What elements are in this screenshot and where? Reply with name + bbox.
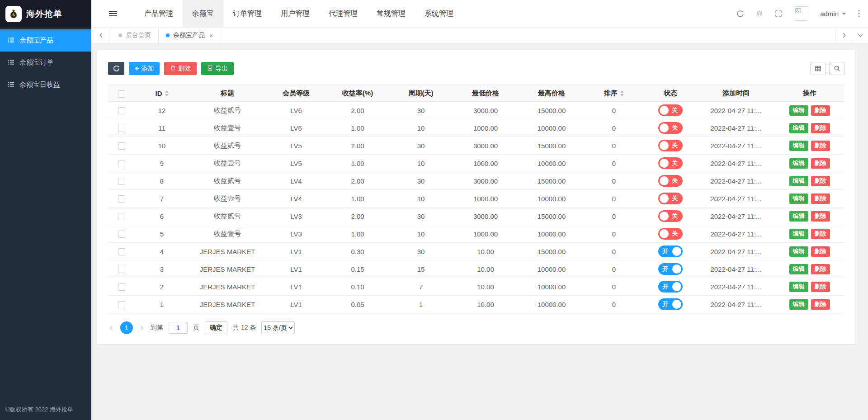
tab-dashboard[interactable]: 后台首页 xyxy=(111,28,159,43)
row-checkbox[interactable] xyxy=(118,195,125,203)
edit-button[interactable]: 编辑 xyxy=(789,229,808,239)
row-checkbox[interactable] xyxy=(118,160,125,167)
search-icon[interactable] xyxy=(829,62,844,75)
more-vert-icon[interactable] xyxy=(858,10,860,17)
row-checkbox[interactable] xyxy=(118,107,125,114)
status-toggle[interactable]: 开 xyxy=(658,245,683,257)
row-checkbox[interactable] xyxy=(118,266,125,273)
cell-id: 8 xyxy=(135,172,189,190)
delete-row-button[interactable]: 删除 xyxy=(811,211,830,222)
page-number-button[interactable]: 1 xyxy=(120,321,133,334)
prev-page-icon[interactable] xyxy=(108,325,115,331)
fullscreen-icon[interactable] xyxy=(775,10,782,17)
edit-button[interactable]: 编辑 xyxy=(789,193,808,204)
cell-min-price: 1000.00 xyxy=(453,119,519,137)
edit-button[interactable]: 编辑 xyxy=(789,299,808,310)
row-checkbox[interactable] xyxy=(118,125,125,132)
nav-item-order-mgmt[interactable]: 订单管理 xyxy=(223,0,271,27)
delete-row-button[interactable]: 删除 xyxy=(811,105,830,116)
delete-row-button[interactable]: 删除 xyxy=(811,158,830,169)
refresh-icon[interactable] xyxy=(736,10,744,18)
cell-add-time: 2022-04-27 11:... xyxy=(698,208,774,225)
cell-add-time: 2022-04-27 11:... xyxy=(698,155,774,172)
edit-button[interactable]: 编辑 xyxy=(789,158,808,169)
row-checkbox[interactable] xyxy=(118,178,125,185)
per-page-select[interactable]: 15 条/页 xyxy=(261,321,295,334)
row-checkbox[interactable] xyxy=(118,142,125,150)
delete-row-button[interactable]: 删除 xyxy=(811,299,830,310)
delete-row-button[interactable]: 删除 xyxy=(811,141,830,151)
trash-icon[interactable] xyxy=(756,10,763,17)
sidebar-item-yuebao-daily-income[interactable]: 余额宝日收益 xyxy=(0,74,91,96)
sidebar-item-yuebao-orders[interactable]: 余额宝订单 xyxy=(0,52,91,74)
delete-row-button[interactable]: 删除 xyxy=(811,264,830,274)
status-toggle[interactable]: 关 xyxy=(658,175,683,187)
status-toggle[interactable]: 开 xyxy=(658,298,683,310)
toggle-knob xyxy=(672,282,681,291)
row-checkbox[interactable] xyxy=(118,213,125,220)
edit-button[interactable]: 编辑 xyxy=(789,141,808,151)
delete-row-button[interactable]: 删除 xyxy=(811,282,830,292)
delete-button[interactable]: 删除 xyxy=(164,62,197,75)
cell-checkbox xyxy=(108,225,135,243)
sort-icon[interactable] xyxy=(620,90,624,96)
menu-toggle-icon[interactable] xyxy=(91,10,135,17)
cell-title: 收益壹号 xyxy=(189,119,266,137)
cell-min-price: 1000.00 xyxy=(453,155,519,172)
edit-button[interactable]: 编辑 xyxy=(789,246,808,257)
export-button[interactable]: 导出 xyxy=(201,62,234,75)
row-checkbox[interactable] xyxy=(118,283,125,291)
status-toggle[interactable]: 关 xyxy=(658,140,683,151)
edit-button[interactable]: 编辑 xyxy=(789,123,808,133)
status-toggle[interactable]: 关 xyxy=(658,157,683,169)
edit-button[interactable]: 编辑 xyxy=(789,264,808,274)
row-checkbox[interactable] xyxy=(118,231,125,238)
delete-row-button[interactable]: 删除 xyxy=(811,193,830,204)
add-button[interactable]: + 添加 xyxy=(129,62,160,75)
nav-item-general-mgmt[interactable]: 常规管理 xyxy=(367,0,415,27)
edit-button[interactable]: 编辑 xyxy=(789,211,808,222)
delete-row-button[interactable]: 删除 xyxy=(811,123,830,133)
nav-item-system-mgmt[interactable]: 系统管理 xyxy=(415,0,463,27)
row-checkbox[interactable] xyxy=(118,301,125,308)
tabs-scroll-left-icon[interactable] xyxy=(91,28,111,43)
goto-prefix-label: 到第 xyxy=(151,324,163,332)
confirm-page-button[interactable]: 确定 xyxy=(205,321,227,334)
cell-actions: 编辑删除 xyxy=(774,208,844,225)
edit-button[interactable]: 编辑 xyxy=(789,176,808,186)
cell-max-price: 10000.00 xyxy=(519,278,585,296)
status-toggle[interactable]: 关 xyxy=(658,193,683,204)
status-toggle[interactable]: 开 xyxy=(658,281,683,293)
nav-item-user-mgmt[interactable]: 用户管理 xyxy=(271,0,319,27)
delete-row-button[interactable]: 删除 xyxy=(811,229,830,239)
tabs-menu-chevron-down-icon[interactable] xyxy=(852,28,868,43)
goto-page-input[interactable] xyxy=(169,322,188,334)
toggle-knob xyxy=(672,264,681,274)
edit-button[interactable]: 编辑 xyxy=(789,282,808,292)
tab-yuebao-products[interactable]: 余额宝产品 × xyxy=(159,28,221,43)
sort-icon[interactable] xyxy=(165,90,169,96)
tabs-scroll-right-icon[interactable] xyxy=(835,28,852,43)
sidebar-item-yuebao-products[interactable]: 余额宝产品 xyxy=(0,29,91,52)
nav-item-product-mgmt[interactable]: 产品管理 xyxy=(135,0,183,27)
close-icon[interactable]: × xyxy=(209,32,213,39)
user-menu[interactable]: admin xyxy=(820,10,846,18)
delete-row-button[interactable]: 删除 xyxy=(811,176,830,186)
status-toggle[interactable]: 关 xyxy=(658,210,683,222)
row-checkbox[interactable] xyxy=(118,248,125,255)
status-toggle[interactable]: 关 xyxy=(658,122,683,134)
edit-button[interactable]: 编辑 xyxy=(789,105,808,116)
delete-row-button[interactable]: 删除 xyxy=(811,246,830,257)
nav-item-yuebao[interactable]: 余额宝 xyxy=(183,0,223,27)
select-all-checkbox[interactable] xyxy=(118,90,125,98)
status-toggle[interactable]: 关 xyxy=(658,228,683,240)
cell-cycle: 30 xyxy=(389,137,453,155)
cell-cycle: 15 xyxy=(389,260,453,278)
nav-item-agent-mgmt[interactable]: 代理管理 xyxy=(319,0,367,27)
user-avatar[interactable] xyxy=(794,6,808,21)
refresh-table-button[interactable] xyxy=(108,62,124,75)
status-toggle[interactable]: 关 xyxy=(658,104,683,116)
status-toggle[interactable]: 开 xyxy=(658,263,683,275)
grid-icon[interactable] xyxy=(810,62,826,75)
next-page-icon[interactable] xyxy=(138,325,145,331)
